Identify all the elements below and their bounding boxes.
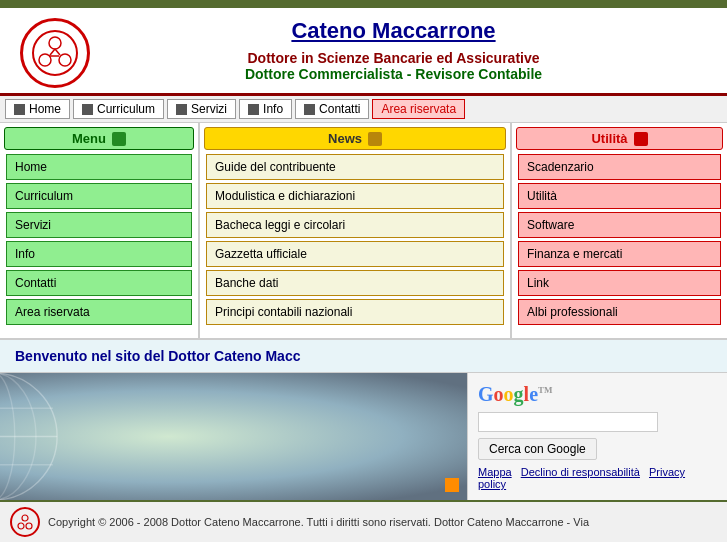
subtitle2: Dottore Commercialista - Revisore Contab… [90, 66, 697, 82]
nav-info[interactable]: Info [239, 99, 292, 119]
right-cols: News Guide del contribuente Modulistica … [200, 123, 727, 338]
three-col: Menu Home Curriculum Servizi Info Contat… [0, 123, 727, 340]
google-search-button[interactable]: Cerca con Google [478, 438, 597, 460]
util-item-albi[interactable]: Albi professionali [518, 299, 721, 325]
nav-icon-info [248, 104, 259, 115]
menu-header: Menu [4, 127, 194, 150]
util-item-scadenzario[interactable]: Scadenzario [518, 154, 721, 180]
svg-line-4 [50, 49, 55, 55]
nav-area-riservata[interactable]: Area riservata [372, 99, 465, 119]
google-links: Mappa Declino di responsabilità Privacy … [478, 466, 717, 490]
header: Cateno Maccarrone Dottore in Scienze Ban… [0, 4, 727, 96]
util-item-utilita[interactable]: Utilità [518, 183, 721, 209]
svg-point-17 [26, 523, 32, 529]
nav-icon-contatti [304, 104, 315, 115]
utilita-header-icon [634, 132, 648, 146]
menu-item-contatti[interactable]: Contatti [6, 270, 192, 296]
menu-header-icon [112, 132, 126, 146]
nav-servizi[interactable]: Servizi [167, 99, 236, 119]
menu-item-info[interactable]: Info [6, 241, 192, 267]
bottom-section: GoogleTM Cerca con Google Mappa Declino … [0, 373, 727, 500]
menu-column: Menu Home Curriculum Servizi Info Contat… [0, 123, 200, 338]
svg-rect-7 [0, 373, 467, 500]
util-item-link[interactable]: Link [518, 270, 721, 296]
svg-point-16 [18, 523, 24, 529]
nav-curriculum[interactable]: Curriculum [73, 99, 164, 119]
svg-point-15 [22, 515, 28, 521]
util-item-finanza[interactable]: Finanza e mercati [518, 241, 721, 267]
util-item-software[interactable]: Software [518, 212, 721, 238]
google-logo: GoogleTM [478, 383, 553, 406]
footer-logo [10, 507, 40, 537]
news-header: News [204, 127, 506, 150]
orange-indicator [445, 478, 459, 492]
logo-area [20, 18, 90, 88]
menu-item-curriculum[interactable]: Curriculum [6, 183, 192, 209]
navbar: Home Curriculum Servizi Info Contatti Ar… [0, 96, 727, 123]
svg-point-3 [59, 54, 71, 66]
news-item-gazzetta[interactable]: Gazzetta ufficiale [206, 241, 504, 267]
nav-icon-home [14, 104, 25, 115]
news-item-modulistica[interactable]: Modulistica e dichiarazioni [206, 183, 504, 209]
site-title[interactable]: Cateno Maccarrone [90, 18, 697, 44]
footer: Copyright © 2006 - 2008 Dottor Cateno Ma… [0, 500, 727, 542]
footer-text: Copyright © 2006 - 2008 Dottor Cateno Ma… [48, 516, 589, 528]
news-item-principi[interactable]: Principi contabili nazionali [206, 299, 504, 325]
utilita-header: Utilità [516, 127, 723, 150]
svg-line-5 [55, 49, 60, 55]
menu-item-home[interactable]: Home [6, 154, 192, 180]
header-text: Cateno Maccarrone Dottore in Scienze Ban… [90, 18, 707, 82]
news-item-guide[interactable]: Guide del contribuente [206, 154, 504, 180]
google-search-input[interactable] [478, 412, 658, 432]
logo [20, 18, 90, 88]
utilita-column: Utilità Scadenzario Utilità Software Fin… [512, 123, 727, 338]
subtitle1: Dottore in Scienze Bancarie ed Assicurat… [90, 50, 697, 66]
bottom-graphic [0, 373, 467, 500]
menu-item-area-riservata[interactable]: Area riservata [6, 299, 192, 325]
google-link-mappa[interactable]: Mappa [478, 466, 512, 478]
svg-point-1 [49, 37, 61, 49]
news-item-banche[interactable]: Banche dati [206, 270, 504, 296]
nav-icon-curriculum [82, 104, 93, 115]
nav-icon-servizi [176, 104, 187, 115]
google-panel: GoogleTM Cerca con Google Mappa Declino … [467, 373, 727, 500]
welcome-bar: Benvenuto nel sito del Dottor Cateno Mac… [0, 340, 727, 373]
news-header-icon [368, 132, 382, 146]
menu-item-servizi[interactable]: Servizi [6, 212, 192, 238]
nav-contatti[interactable]: Contatti [295, 99, 369, 119]
news-item-bacheca[interactable]: Bacheca leggi e circolari [206, 212, 504, 238]
google-link-declino[interactable]: Declino di responsabilità [521, 466, 640, 478]
nav-home[interactable]: Home [5, 99, 70, 119]
news-column: News Guide del contribuente Modulistica … [200, 123, 512, 338]
